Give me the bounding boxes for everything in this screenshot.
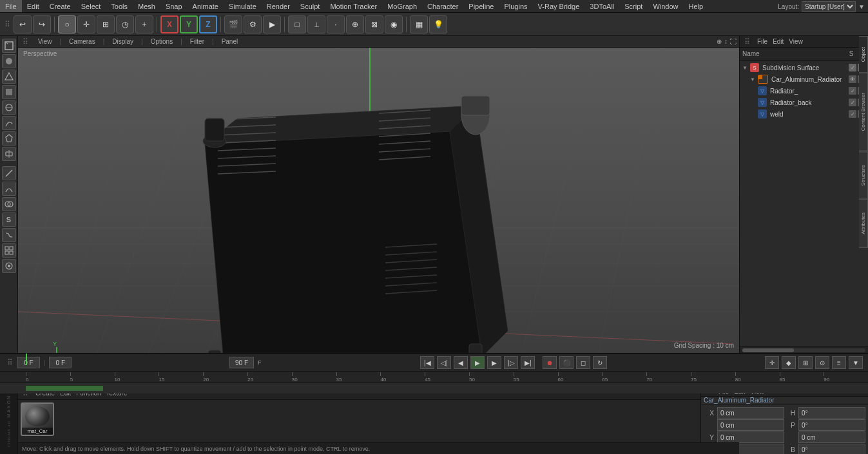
add-button[interactable]: + [135, 15, 153, 33]
obj-row-car-alum[interactable]: ▼ Car_Aluminum_Radiator 👁 🔒 [740, 73, 868, 85]
tab-structure[interactable]: Structure [859, 151, 868, 199]
obj-menu-edit[interactable]: Edit [773, 38, 784, 45]
coord-x-size[interactable] [717, 419, 784, 431]
pb-loop-btn[interactable]: ↻ [593, 356, 607, 369]
pb-prev-btn[interactable]: ◀ [454, 356, 468, 369]
pb-motion-btn[interactable]: ⊙ [815, 356, 829, 369]
menu-tools[interactable]: Tools [106, 0, 133, 12]
menu-pipeline[interactable]: Pipeline [463, 0, 499, 12]
menu-file[interactable]: File [0, 0, 22, 12]
obj-row-weld[interactable]: ▽ weld ✓ 👁 [740, 108, 868, 120]
layout-expand-icon[interactable]: ▼ [858, 3, 865, 10]
tab-object[interactable]: Object [859, 36, 868, 73]
uv-mode-button[interactable]: ⊕ [346, 15, 364, 33]
pb-first-btn[interactable]: |◀ [420, 356, 434, 369]
y-axis-button[interactable]: Y [180, 15, 198, 33]
tool-boole[interactable] [2, 197, 16, 211]
rotate-button[interactable]: ◷ [116, 15, 134, 33]
obj-badge-s-rad[interactable]: ✓ [849, 87, 856, 95]
render-view-button[interactable]: 🎬 [224, 15, 242, 33]
tool-line[interactable] [2, 166, 16, 180]
menu-edit[interactable]: Edit [22, 0, 44, 12]
x-axis-button[interactable]: X [160, 15, 178, 33]
coord-h-rot[interactable] [798, 407, 865, 419]
tool-arc[interactable] [2, 182, 16, 196]
pb-record-btn[interactable]: ⏺ [543, 356, 557, 369]
tool-grid[interactable] [2, 243, 16, 258]
obj-badge-s-weld[interactable]: ✓ [849, 110, 856, 118]
pb-next-key-btn[interactable]: |▷ [504, 356, 518, 369]
scale-button[interactable]: ⊞ [97, 15, 115, 33]
vp-tab-panel[interactable]: Panel [219, 38, 241, 45]
coord-x-pos[interactable] [717, 407, 784, 419]
pb-prev-key-btn[interactable]: ◁| [437, 356, 451, 369]
menu-select[interactable]: Select [76, 0, 106, 12]
vp-tab-view[interactable]: View [35, 38, 55, 45]
edge-mode-button[interactable]: ⟂ [307, 15, 325, 33]
vp-tab-display[interactable]: Display [110, 38, 136, 45]
pb-keyframe-btn[interactable]: ◆ [782, 356, 796, 369]
menu-3dtoall[interactable]: 3DToAll [584, 0, 619, 12]
fps-input1[interactable] [229, 357, 254, 368]
mat-thumb-car[interactable]: mat_Car [21, 402, 54, 436]
menu-window[interactable]: Window [648, 0, 683, 12]
render-button[interactable]: ▶ [263, 15, 281, 33]
pb-play-btn[interactable]: ▶ [470, 356, 485, 369]
vp-tab-options[interactable]: Options [148, 38, 175, 45]
render-settings-button[interactable]: ⚙ [244, 15, 262, 33]
menu-motion-tracker[interactable]: Motion Tracker [325, 0, 382, 12]
tool-object[interactable] [2, 100, 16, 115]
menu-script[interactable]: Script [619, 0, 648, 12]
pb-preview-btn[interactable]: ◻ [576, 356, 590, 369]
texture-button[interactable]: ⊠ [365, 15, 383, 33]
menu-sculpt[interactable]: Sculpt [295, 0, 325, 12]
z-axis-button[interactable]: Z [199, 15, 217, 33]
menu-render[interactable]: Render [262, 0, 295, 12]
tool-wireframe[interactable] [2, 70, 16, 84]
pb-last-btn[interactable]: ▶| [521, 356, 535, 369]
timeline-ruler[interactable]: 051015202530354045505560657075808590 [0, 372, 868, 383]
pb-options-btn[interactable]: ≡ [832, 356, 846, 369]
menu-snap[interactable]: Snap [160, 0, 188, 12]
viewport-3d[interactable]: X Y Z Perspective Grid Spacing : 10 cm [18, 48, 739, 353]
pb-schematic-btn[interactable]: ⊞ [798, 356, 813, 369]
coord-y-pos[interactable] [717, 431, 784, 443]
redo-button[interactable]: ↪ [33, 15, 51, 33]
pb-auto-key-btn[interactable]: ⚫ [559, 356, 574, 369]
vp-tab-filter[interactable]: Filter [188, 38, 207, 45]
vp-move-icon[interactable]: ⊕ [717, 38, 722, 45]
tool-solid[interactable] [2, 54, 16, 68]
polygon-mode-button[interactable]: □ [288, 15, 306, 33]
tab-attributes[interactable]: Attributes [859, 199, 868, 248]
obj-row-radiator[interactable]: ▽ Radiator_ ✓ 👁 [740, 85, 868, 97]
display-mode-button[interactable]: ▦ [410, 15, 428, 33]
tool-perspective[interactable] [2, 39, 16, 53]
pb-next-btn[interactable]: ▶ [487, 356, 501, 369]
undo-button[interactable]: ↩ [14, 15, 32, 33]
tool-snake[interactable] [2, 228, 16, 242]
obj-menu-file[interactable]: File [757, 38, 767, 45]
timeline-track[interactable] [0, 383, 868, 393]
scroll-thumb[interactable] [742, 348, 794, 352]
obj-row-radiator-back[interactable]: ▽ Radiator_back ✓ 👁 [740, 97, 868, 108]
menu-plugins[interactable]: Plugins [499, 0, 532, 12]
menu-vray-bridge[interactable]: V-Ray Bridge [533, 0, 585, 12]
obj-scrollbar[interactable] [740, 346, 868, 353]
frame-current-input[interactable] [17, 357, 40, 368]
tool-flat[interactable] [2, 85, 16, 99]
obj-badge-eye-car[interactable]: 👁 [849, 75, 856, 83]
move-button[interactable]: ✛ [77, 15, 95, 33]
point-mode-button[interactable]: · [327, 15, 345, 33]
obj-badge-s1[interactable]: ✓ [849, 64, 856, 71]
vp-maximize-icon[interactable]: ⛶ [730, 38, 737, 45]
live-select-button[interactable]: ○ [58, 15, 76, 33]
menu-mesh[interactable]: Mesh [133, 0, 160, 12]
obj-badge-s-rb[interactable]: ✓ [849, 99, 856, 106]
menu-help[interactable]: Help [684, 0, 709, 12]
obj-row-subd[interactable]: ▼ S Subdivision Surface ✓ 👁 [740, 62, 868, 73]
pb-collapse-btn[interactable]: ▼ [849, 356, 863, 369]
menu-simulate[interactable]: Simulate [224, 0, 262, 12]
tool-s[interactable]: S [2, 213, 16, 227]
menu-create[interactable]: Create [44, 0, 76, 12]
menu-character[interactable]: Character [422, 0, 463, 12]
